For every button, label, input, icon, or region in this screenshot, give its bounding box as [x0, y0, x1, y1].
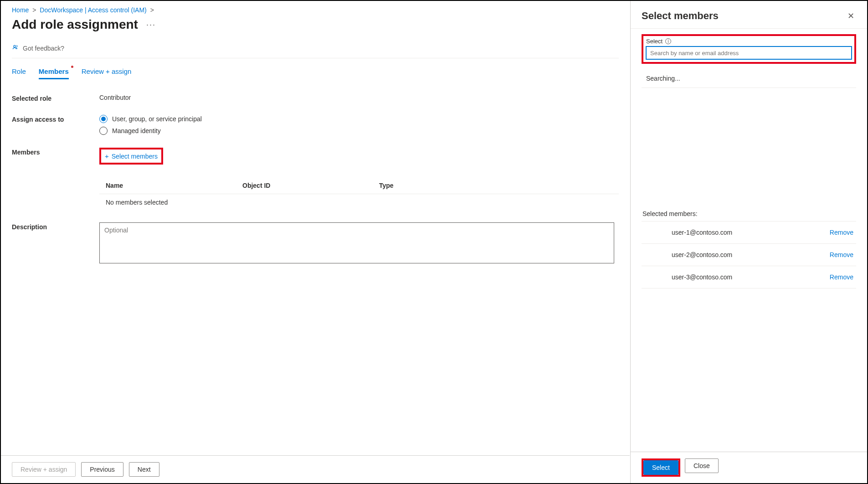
description-label: Description — [12, 222, 99, 263]
assign-access-label: Assign access to — [12, 115, 99, 135]
radio-icon — [99, 115, 108, 123]
search-status: Searching... — [642, 72, 856, 88]
radio-icon — [99, 127, 108, 135]
members-col-type: Type — [379, 182, 612, 189]
select-members-link[interactable]: + Select members — [101, 149, 161, 163]
radio-managed-identity-label: Managed identity — [112, 127, 161, 134]
feedback-link[interactable]: Got feedback? — [12, 40, 619, 58]
remove-member-link[interactable]: Remove — [830, 273, 853, 281]
radio-managed-identity[interactable]: Managed identity — [99, 127, 619, 135]
remove-member-link[interactable]: Remove — [830, 251, 853, 258]
unsaved-dot-icon — [71, 66, 73, 68]
breadcrumb-sep: > — [31, 6, 38, 14]
footer-bar: Review + assign Previous Next — [1, 455, 630, 483]
members-table: Name Object ID Type No members selected — [99, 177, 619, 211]
review-assign-button[interactable]: Review + assign — [12, 462, 76, 477]
selected-members-header: Selected members: — [642, 206, 856, 221]
highlight-select-members: + Select members — [99, 148, 163, 165]
radio-user-group-label: User, group, or service principal — [112, 115, 202, 123]
feedback-label: Got feedback? — [23, 45, 64, 52]
remove-member-link[interactable]: Remove — [830, 229, 853, 236]
members-col-object-id: Object ID — [242, 182, 379, 189]
radio-user-group[interactable]: User, group, or service principal — [99, 115, 619, 123]
previous-button[interactable]: Previous — [81, 462, 123, 477]
selected-member-row: user-2@contoso.com Remove — [642, 244, 856, 266]
selected-role-value: Contributor — [99, 94, 619, 102]
close-button[interactable]: Close — [685, 458, 719, 473]
info-icon[interactable]: i — [665, 38, 671, 44]
breadcrumb-home[interactable]: Home — [12, 6, 29, 14]
breadcrumb-workspace[interactable]: DocWorkspace | Access control (IAM) — [40, 6, 146, 14]
select-label: Select — [646, 38, 663, 45]
tab-role[interactable]: Role — [12, 67, 26, 79]
highlight-search-field: Select i — [642, 34, 856, 64]
selected-member-email: user-1@contoso.com — [672, 229, 732, 236]
select-members-link-label: Select members — [112, 153, 158, 160]
feedback-icon — [12, 44, 19, 52]
more-icon[interactable]: ··· — [146, 20, 156, 30]
members-label: Members — [12, 148, 99, 165]
breadcrumb: Home > DocWorkspace | Access control (IA… — [12, 6, 619, 14]
selected-role-label: Selected role — [12, 94, 99, 102]
selected-member-row: user-3@contoso.com Remove — [642, 266, 856, 288]
tab-members[interactable]: Members — [39, 67, 69, 79]
select-members-panel: Select members ✕ Select i Searching... S… — [630, 1, 867, 483]
tab-members-label: Members — [39, 67, 69, 75]
svg-point-0 — [14, 45, 15, 47]
tabs: Role Members Review + assign — [12, 58, 619, 79]
plus-icon: + — [105, 152, 109, 160]
highlight-select-button: Select — [642, 458, 680, 477]
members-col-name: Name — [106, 182, 242, 189]
next-button[interactable]: Next — [129, 462, 159, 477]
members-empty: No members selected — [99, 194, 619, 211]
page-title: Add role assignment — [12, 17, 138, 32]
select-button[interactable]: Select — [643, 460, 678, 475]
breadcrumb-sep-2: > — [149, 6, 156, 14]
selected-member-email: user-3@contoso.com — [672, 273, 732, 281]
selected-member-row: user-1@contoso.com Remove — [642, 221, 856, 244]
search-input[interactable] — [646, 46, 852, 59]
selected-member-email: user-2@contoso.com — [672, 251, 732, 258]
close-icon[interactable]: ✕ — [846, 9, 856, 23]
tab-review-assign[interactable]: Review + assign — [82, 67, 132, 79]
description-input[interactable] — [99, 222, 614, 263]
flyout-title: Select members — [642, 10, 719, 22]
